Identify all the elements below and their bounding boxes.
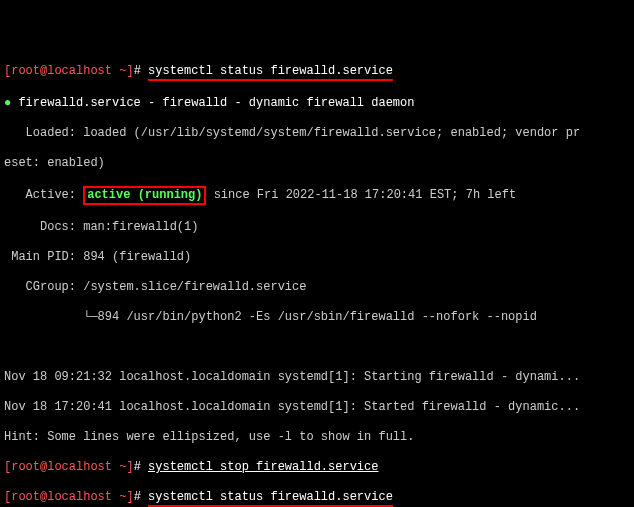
cmd-stop: systemctl stop firewalld.service [148, 460, 378, 474]
mainpid-line-1: Main PID: 894 (firewalld) [4, 250, 630, 265]
cgroup-line-2: └─894 /usr/bin/python2 -Es /usr/sbin/fir… [4, 310, 630, 325]
cmd-status-1: systemctl status firewalld.service [148, 64, 393, 81]
prompt-line-1: [root@localhost ~]# systemctl status fir… [4, 64, 630, 81]
prompt-line-2: [root@localhost ~]# systemctl stop firew… [4, 460, 630, 475]
hint-line-1: Hint: Some lines were ellipsized, use -l… [4, 430, 630, 445]
blank-1 [4, 340, 630, 355]
active-running-status: active (running) [87, 188, 202, 202]
prompt-userhost: [root@localhost ~] [4, 64, 134, 78]
prompt-line-3: [root@localhost ~]# systemctl status fir… [4, 490, 630, 507]
cmd-status-2: systemctl status firewalld.service [148, 490, 393, 507]
loaded-line-1b: eset: enabled) [4, 156, 630, 171]
service-header-1: ● firewalld.service - firewalld - dynami… [4, 96, 630, 111]
log-line-2: Nov 18 17:20:41 localhost.localdomain sy… [4, 400, 630, 415]
active-status-box-1: active (running) [83, 186, 206, 205]
cgroup-line-1: CGroup: /system.slice/firewalld.service [4, 280, 630, 295]
log-line-1: Nov 18 09:21:32 localhost.localdomain sy… [4, 370, 630, 385]
active-line-1: Active: active (running) since Fri 2022-… [4, 186, 630, 205]
loaded-line-1a: Loaded: loaded (/usr/lib/systemd/system/… [4, 126, 630, 141]
docs-line-1: Docs: man:firewalld(1) [4, 220, 630, 235]
